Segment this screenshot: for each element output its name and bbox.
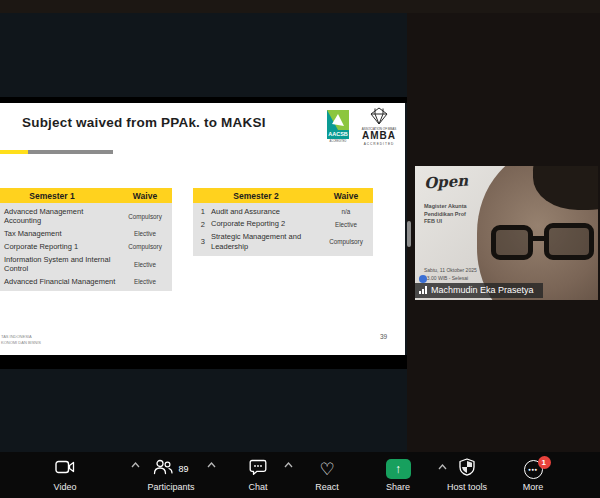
camera-icon	[55, 460, 75, 478]
semester2-table-header: Semester 2 Waive	[193, 188, 373, 203]
table-row: 2 Corporate Reporting 2 Elective	[193, 218, 373, 231]
window-top-strip	[0, 0, 600, 13]
semester1-table: Semester 1 Waive 1 Advanced Management A…	[0, 188, 172, 291]
more-button-label: More	[523, 482, 544, 492]
audio-signal-icon	[419, 286, 427, 294]
table-header-waive: Waive	[319, 191, 373, 201]
table-header-subject: Semester 1	[0, 191, 118, 201]
svg-text:ACCREDITED: ACCREDITED	[364, 142, 395, 146]
participant-video-tile[interactable]: Open Magister Akunta Pendidikan Prof FEB…	[415, 166, 598, 300]
more-ellipsis-icon: ●●● 1	[524, 460, 543, 479]
svg-text:AMBA: AMBA	[362, 130, 396, 141]
table-row: 4 Information System and Internal Contro…	[0, 253, 172, 276]
share-button[interactable]: ↑ Share	[378, 458, 418, 492]
glasses-bridge	[531, 236, 546, 241]
table-row: 1 Advanced Management Accounting Compuls…	[0, 205, 172, 228]
chat-bubble-icon	[249, 459, 267, 480]
more-notification-badge: 1	[538, 456, 551, 469]
table-header-subject: Semester 2	[193, 191, 319, 201]
share-button-label: Share	[386, 482, 410, 492]
shield-icon	[459, 458, 475, 480]
panel-divider-handle[interactable]	[407, 221, 411, 247]
slide-footer: TAS INDONESIA KONOMI DAN BISNIS	[1, 334, 41, 345]
aacsb-logo: AACSB ACCREDITED	[324, 110, 352, 143]
slide-page-number: 39	[380, 333, 387, 340]
table-row: 2 Tax Management Elective	[0, 228, 172, 241]
participants-button[interactable]: 89 Participants	[145, 458, 197, 492]
host-tools-button[interactable]: Host tools	[442, 458, 492, 492]
banner-date-text: Sabtu, 11 Oktober 2025 13.00 WIB - Seles…	[424, 267, 477, 282]
participant-name: Machmudin Eka Prasetya	[431, 285, 534, 295]
svg-text:ACCREDITED: ACCREDITED	[330, 139, 347, 143]
table-row: 3 Strategic Management and Leadership Co…	[193, 231, 373, 254]
banner-logo-dot	[419, 275, 427, 283]
chat-options-caret-icon[interactable]	[284, 462, 293, 468]
semester1-table-header: Semester 1 Waive	[0, 188, 172, 203]
slide-title: Subject waived from PPAk. to MAKSI	[22, 115, 266, 130]
accent-bar-yellow	[0, 150, 28, 154]
react-button[interactable]: ♡ React	[308, 458, 346, 492]
participants-count: 89	[178, 464, 188, 474]
meeting-window: Subject waived from PPAk. to MAKSI AACSB…	[0, 0, 600, 498]
chat-button-label: Chat	[248, 482, 267, 492]
host-tools-button-label: Host tools	[447, 482, 487, 492]
participants-icon	[153, 459, 173, 479]
video-button[interactable]: Video	[45, 458, 85, 492]
banner-program-text: Magister Akunta Pendidikan Prof FEB UI	[424, 203, 467, 226]
meeting-toolbar: o Video	[0, 452, 600, 498]
participant-name-label: Machmudin Eka Prasetya	[415, 283, 543, 298]
table-header-waive: Waive	[118, 191, 172, 201]
participants-button-label: Participants	[147, 482, 194, 492]
video-button-label: Video	[54, 482, 77, 492]
table-row: 1 Audit and Assurance n/a	[193, 205, 373, 218]
chat-button[interactable]: Chat	[240, 458, 276, 492]
accent-bar-gray	[28, 150, 113, 154]
video-options-caret-icon[interactable]	[131, 462, 140, 468]
shared-slide: Subject waived from PPAk. to MAKSI AACSB…	[0, 103, 405, 355]
glasses-right-lens	[544, 223, 594, 260]
more-button[interactable]: ●●● 1 More	[512, 458, 554, 492]
participants-options-caret-icon[interactable]	[207, 462, 216, 468]
share-screen-icon: ↑	[386, 459, 411, 479]
react-button-label: React	[315, 482, 339, 492]
glasses-left-lens	[491, 225, 533, 260]
table-row: 5 Advanced Financial Management Elective	[0, 276, 172, 289]
table-row: 3 Corporate Reporting 1 Compulsory	[0, 240, 172, 253]
semester2-table: Semester 2 Waive 1 Audit and Assurance n…	[193, 188, 373, 256]
banner-script-text: Open	[423, 171, 468, 192]
svg-text:AACSB: AACSB	[328, 131, 348, 137]
heart-icon: ♡	[319, 461, 334, 478]
letterbox-bottom	[0, 355, 407, 369]
amba-logo: ASSOCIATION OF MBAS AMBA ACCREDITED	[357, 106, 401, 146]
